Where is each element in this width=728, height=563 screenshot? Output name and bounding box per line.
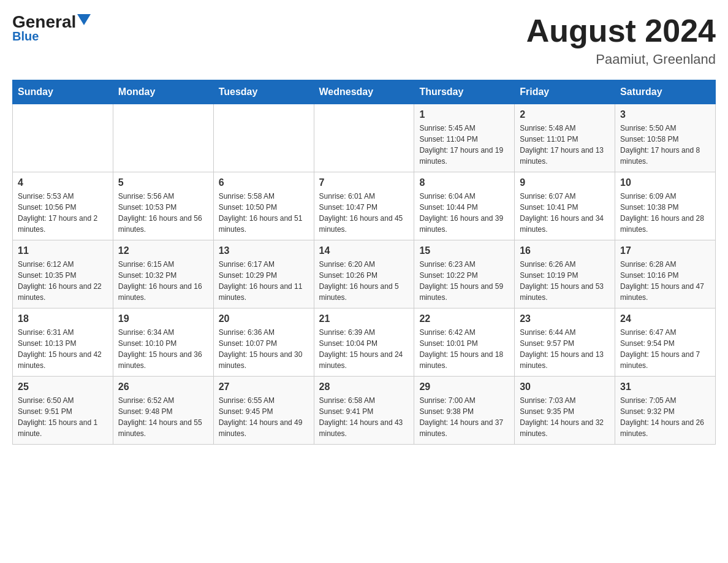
day-number: 31 (620, 381, 710, 393)
calendar-cell: 30Sunrise: 7:03 AM Sunset: 9:35 PM Dayli… (515, 377, 615, 445)
day-info: Sunrise: 6:09 AM Sunset: 10:38 PM Daylig… (620, 191, 710, 235)
day-number: 21 (319, 313, 409, 324)
calendar-cell (13, 104, 113, 172)
day-info: Sunrise: 5:56 AM Sunset: 10:53 PM Daylig… (118, 191, 208, 235)
week-row-4: 18Sunrise: 6:31 AM Sunset: 10:13 PM Dayl… (13, 308, 716, 377)
day-info: Sunrise: 6:42 AM Sunset: 10:01 PM Daylig… (419, 327, 509, 371)
calendar-cell (314, 104, 414, 172)
calendar-cell: 26Sunrise: 6:52 AM Sunset: 9:48 PM Dayli… (113, 377, 213, 445)
calendar-body: 1Sunrise: 5:45 AM Sunset: 11:04 PM Dayli… (13, 104, 716, 445)
calendar-cell: 8Sunrise: 6:04 AM Sunset: 10:44 PM Dayli… (414, 172, 515, 240)
day-info: Sunrise: 6:07 AM Sunset: 10:41 PM Daylig… (520, 191, 610, 235)
day-number: 13 (219, 245, 309, 256)
day-number: 20 (219, 313, 309, 324)
day-info: Sunrise: 6:20 AM Sunset: 10:26 PM Daylig… (319, 259, 409, 303)
calendar-cell: 6Sunrise: 5:58 AM Sunset: 10:50 PM Dayli… (213, 172, 314, 240)
day-info: Sunrise: 6:26 AM Sunset: 10:19 PM Daylig… (520, 259, 610, 303)
day-info: Sunrise: 6:55 AM Sunset: 9:45 PM Dayligh… (219, 395, 309, 439)
header-cell-tuesday: Tuesday (213, 80, 314, 104)
day-info: Sunrise: 6:44 AM Sunset: 9:57 PM Dayligh… (520, 327, 610, 371)
day-info: Sunrise: 7:05 AM Sunset: 9:32 PM Dayligh… (620, 395, 710, 439)
day-number: 8 (419, 177, 509, 188)
day-number: 25 (18, 381, 108, 393)
day-number: 9 (520, 177, 610, 188)
day-info: Sunrise: 6:50 AM Sunset: 9:51 PM Dayligh… (18, 395, 108, 439)
calendar-cell (213, 104, 314, 172)
month-title: August 2024 (526, 12, 716, 49)
calendar-cell (113, 104, 213, 172)
day-number: 22 (419, 313, 509, 324)
day-info: Sunrise: 6:01 AM Sunset: 10:47 PM Daylig… (319, 191, 409, 235)
calendar-cell: 3Sunrise: 5:50 AM Sunset: 10:58 PM Dayli… (615, 104, 716, 172)
day-number: 17 (620, 245, 710, 256)
calendar-cell: 5Sunrise: 5:56 AM Sunset: 10:53 PM Dayli… (113, 172, 213, 240)
day-number: 1 (419, 109, 509, 120)
day-info: Sunrise: 6:34 AM Sunset: 10:10 PM Daylig… (118, 327, 208, 371)
day-number: 16 (520, 245, 610, 256)
svg-marker-0 (77, 14, 91, 25)
day-info: Sunrise: 6:36 AM Sunset: 10:07 PM Daylig… (219, 327, 309, 371)
day-number: 28 (319, 381, 409, 393)
day-info: Sunrise: 5:48 AM Sunset: 11:01 PM Daylig… (520, 123, 610, 167)
calendar-cell: 21Sunrise: 6:39 AM Sunset: 10:04 PM Dayl… (314, 308, 414, 377)
header-cell-thursday: Thursday (414, 80, 515, 104)
calendar-cell: 16Sunrise: 6:26 AM Sunset: 10:19 PM Dayl… (515, 240, 615, 308)
day-number: 7 (319, 177, 409, 188)
day-info: Sunrise: 6:12 AM Sunset: 10:35 PM Daylig… (18, 259, 108, 303)
day-number: 2 (520, 109, 610, 120)
day-number: 5 (118, 177, 208, 188)
day-number: 18 (18, 313, 108, 324)
day-info: Sunrise: 6:28 AM Sunset: 10:16 PM Daylig… (620, 259, 710, 303)
logo-text-blue: Blue (12, 29, 39, 44)
day-info: Sunrise: 6:23 AM Sunset: 10:22 PM Daylig… (419, 259, 509, 303)
week-row-5: 25Sunrise: 6:50 AM Sunset: 9:51 PM Dayli… (13, 377, 716, 445)
day-info: Sunrise: 6:31 AM Sunset: 10:13 PM Daylig… (18, 327, 108, 371)
header-row: SundayMondayTuesdayWednesdayThursdayFrid… (13, 80, 716, 104)
calendar-cell: 23Sunrise: 6:44 AM Sunset: 9:57 PM Dayli… (515, 308, 615, 377)
day-info: Sunrise: 6:17 AM Sunset: 10:29 PM Daylig… (219, 259, 309, 303)
calendar-cell: 29Sunrise: 7:00 AM Sunset: 9:38 PM Dayli… (414, 377, 515, 445)
day-info: Sunrise: 6:47 AM Sunset: 9:54 PM Dayligh… (620, 327, 710, 371)
calendar-cell: 17Sunrise: 6:28 AM Sunset: 10:16 PM Dayl… (615, 240, 716, 308)
calendar-cell: 12Sunrise: 6:15 AM Sunset: 10:32 PM Dayl… (113, 240, 213, 308)
day-number: 14 (319, 245, 409, 256)
calendar-cell: 10Sunrise: 6:09 AM Sunset: 10:38 PM Dayl… (615, 172, 716, 240)
header-cell-saturday: Saturday (615, 80, 716, 104)
day-number: 12 (118, 245, 208, 256)
calendar-cell: 31Sunrise: 7:05 AM Sunset: 9:32 PM Dayli… (615, 377, 716, 445)
day-number: 23 (520, 313, 610, 324)
calendar-cell: 1Sunrise: 5:45 AM Sunset: 11:04 PM Dayli… (414, 104, 515, 172)
calendar-cell: 4Sunrise: 5:53 AM Sunset: 10:56 PM Dayli… (13, 172, 113, 240)
day-number: 27 (219, 381, 309, 393)
day-number: 19 (118, 313, 208, 324)
location-title: Paamiut, Greenland (526, 52, 716, 67)
day-info: Sunrise: 5:58 AM Sunset: 10:50 PM Daylig… (219, 191, 309, 235)
day-number: 10 (620, 177, 710, 188)
calendar-cell: 13Sunrise: 6:17 AM Sunset: 10:29 PM Dayl… (213, 240, 314, 308)
day-info: Sunrise: 7:00 AM Sunset: 9:38 PM Dayligh… (419, 395, 509, 439)
day-number: 29 (419, 381, 509, 393)
calendar-cell: 15Sunrise: 6:23 AM Sunset: 10:22 PM Dayl… (414, 240, 515, 308)
day-number: 30 (520, 381, 610, 393)
calendar-header: SundayMondayTuesdayWednesdayThursdayFrid… (13, 80, 716, 104)
calendar-cell: 20Sunrise: 6:36 AM Sunset: 10:07 PM Dayl… (213, 308, 314, 377)
header-cell-friday: Friday (515, 80, 615, 104)
calendar-cell: 27Sunrise: 6:55 AM Sunset: 9:45 PM Dayli… (213, 377, 314, 445)
calendar-cell: 24Sunrise: 6:47 AM Sunset: 9:54 PM Dayli… (615, 308, 716, 377)
day-info: Sunrise: 6:04 AM Sunset: 10:44 PM Daylig… (419, 191, 509, 235)
calendar-cell: 25Sunrise: 6:50 AM Sunset: 9:51 PM Dayli… (13, 377, 113, 445)
calendar-cell: 18Sunrise: 6:31 AM Sunset: 10:13 PM Dayl… (13, 308, 113, 377)
header-cell-sunday: Sunday (13, 80, 113, 104)
day-number: 4 (18, 177, 108, 188)
calendar-cell: 14Sunrise: 6:20 AM Sunset: 10:26 PM Dayl… (314, 240, 414, 308)
logo: General Blue (12, 12, 91, 44)
calendar-table: SundayMondayTuesdayWednesdayThursdayFrid… (12, 80, 716, 445)
title-section: August 2024 Paamiut, Greenland (526, 12, 716, 67)
day-number: 15 (419, 245, 509, 256)
day-number: 6 (219, 177, 309, 188)
calendar-cell: 22Sunrise: 6:42 AM Sunset: 10:01 PM Dayl… (414, 308, 515, 377)
day-number: 24 (620, 313, 710, 324)
header-cell-monday: Monday (113, 80, 213, 104)
week-row-1: 1Sunrise: 5:45 AM Sunset: 11:04 PM Dayli… (13, 104, 716, 172)
day-info: Sunrise: 6:15 AM Sunset: 10:32 PM Daylig… (118, 259, 208, 303)
